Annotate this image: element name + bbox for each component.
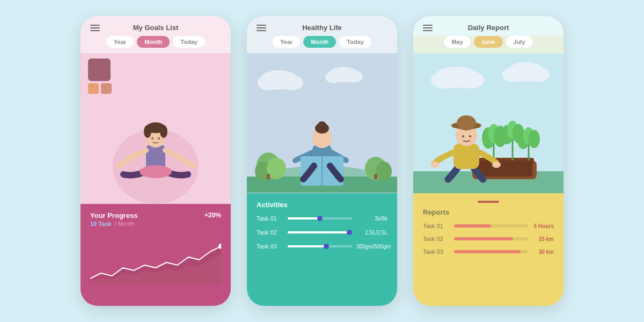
tab3-june[interactable]: June [474, 36, 503, 48]
svg-point-60 [492, 162, 501, 168]
progress-chart [90, 236, 221, 284]
activity-row-3: Task 03 300gm/500gm [257, 243, 387, 250]
card2-tabs: Year Month Today [247, 36, 397, 53]
report-label-1: Task 01 [423, 223, 450, 229]
tab2-month[interactable]: Month [303, 36, 336, 48]
report-bar-fill-3 [454, 250, 521, 253]
report-value-3: 30 km [532, 249, 554, 255]
svg-point-6 [151, 137, 153, 140]
swatch-row [88, 83, 112, 94]
tab2-year[interactable]: Year [273, 36, 300, 48]
report-label-2: Task 02 [423, 236, 450, 242]
tab-today[interactable]: Today [173, 36, 205, 48]
svg-point-59 [430, 162, 439, 168]
report-indicator [478, 201, 499, 203]
yoga-figure [107, 80, 204, 204]
tab2-today[interactable]: Today [339, 36, 371, 48]
activity-row-2: Task 02 2.5L/2.5L [257, 229, 387, 236]
svg-point-25 [376, 162, 392, 181]
slider-fill-1 [288, 217, 320, 219]
card3-illustration [413, 53, 564, 193]
swatch-peach [101, 83, 112, 94]
hamburger-icon-3[interactable] [423, 25, 433, 31]
report-bar-track-3 [454, 250, 528, 253]
svg-point-15 [282, 75, 303, 90]
swatch-large [88, 58, 111, 81]
tab3-july[interactable]: July [506, 36, 533, 48]
slider-track-3[interactable] [288, 245, 352, 247]
tab-year[interactable]: Year [106, 36, 134, 48]
card3-reports: Reports Task 01 5 Hours Task 02 25 km Ta… [413, 193, 564, 306]
report-bar-track-2 [454, 237, 528, 240]
slider-fill-2 [288, 231, 352, 233]
svg-rect-26 [267, 174, 270, 179]
card2-activities: Activities Task 01 3k/6k Task 02 2.5L/2.… [247, 193, 397, 306]
slider-track-2[interactable] [288, 231, 352, 233]
report-value-1: 5 Hours [532, 223, 554, 229]
reports-title: Reports [423, 208, 554, 216]
svg-point-41 [526, 67, 550, 82]
card1-progress: Your Progress 10 Task / Month +20% [80, 204, 231, 306]
progress-sub: 10 Task / Month [90, 221, 221, 227]
activity-value-2: 2.5L/2.5L [356, 230, 387, 236]
progress-percent: +20% [204, 211, 221, 219]
slider-thumb-3[interactable] [324, 244, 329, 249]
svg-point-57 [528, 130, 540, 148]
tab-month[interactable]: Month [137, 36, 170, 48]
card1-illustration [80, 53, 231, 204]
report-bar-fill-2 [454, 237, 513, 240]
progress-title: Your Progress [90, 211, 221, 219]
report-bar-fill-1 [454, 224, 491, 228]
activity-label-2: Task 02 [257, 229, 283, 236]
svg-point-14 [258, 75, 279, 90]
slider-thumb-2[interactable] [347, 230, 352, 235]
report-row-1: Task 01 5 Hours [423, 223, 554, 229]
card2-title: Healthy Life [302, 24, 342, 32]
hamburger-icon-2[interactable] [257, 25, 266, 31]
card3-tabs: May June July [413, 36, 564, 53]
svg-rect-27 [374, 174, 377, 179]
svg-point-18 [346, 71, 363, 83]
svg-point-32 [318, 121, 326, 130]
activity-row-1: Task 01 3k/6k [257, 215, 387, 222]
swatch-orange [88, 83, 99, 94]
svg-point-40 [502, 67, 526, 82]
activity-value-3: 300gm/500gm [356, 244, 387, 250]
card1-title: My Goals List [133, 24, 179, 32]
report-bar-track-1 [454, 224, 528, 228]
svg-point-8 [140, 165, 172, 178]
svg-point-5 [146, 122, 165, 133]
card1-header: My Goals List [80, 16, 231, 36]
slider-thumb-1[interactable] [317, 216, 323, 221]
line-chart [90, 236, 221, 284]
svg-point-7 [158, 137, 160, 140]
svg-point-17 [325, 71, 342, 83]
slider-track-1[interactable] [288, 217, 352, 219]
card1-tabs: Year Month Today [80, 36, 231, 53]
tab3-may[interactable]: May [444, 36, 470, 48]
slider-fill-3 [288, 245, 326, 247]
progress-period: / Month [115, 221, 135, 227]
report-label-3: Task 03 [423, 248, 450, 255]
svg-point-63 [457, 115, 476, 130]
goals-card: My Goals List Year Month Today [80, 16, 231, 306]
svg-point-65 [469, 135, 471, 137]
svg-point-38 [458, 71, 485, 89]
svg-rect-58 [453, 143, 479, 169]
card3-header: Daily Report [413, 16, 564, 36]
activities-title: Activities [257, 201, 387, 209]
farm-scene-svg [413, 53, 564, 193]
activity-label-1: Task 01 [257, 215, 283, 222]
color-swatches [88, 58, 112, 94]
report-value-2: 25 km [532, 236, 554, 242]
report-card: Daily Report May June July [413, 16, 564, 306]
card3-title: Daily Report [468, 24, 509, 32]
hamburger-icon[interactable] [90, 25, 100, 31]
svg-point-64 [462, 135, 464, 137]
svg-point-37 [431, 71, 458, 89]
report-row-2: Task 02 25 km [423, 236, 554, 242]
report-row-3: Task 03 30 km [423, 248, 554, 255]
healthy-card: Healthy Life Year Month Today [247, 16, 397, 306]
activity-label-3: Task 03 [257, 243, 283, 250]
svg-rect-45 [477, 160, 532, 177]
